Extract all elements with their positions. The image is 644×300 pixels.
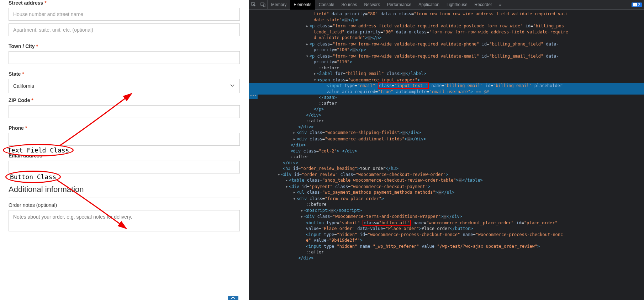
additional-info-heading: Additional information xyxy=(9,185,240,198)
label-state: State * xyxy=(9,71,241,77)
tab-sources[interactable]: Sources xyxy=(338,0,360,10)
label-phone: Phone * xyxy=(9,125,241,131)
tab-elements[interactable]: Elements xyxy=(290,0,315,10)
tab-recorder[interactable]: Recorder xyxy=(471,0,496,10)
inspect-icon[interactable] xyxy=(249,0,258,10)
devtools-toolbar: Memory Elements Console Sources Network … xyxy=(249,0,644,10)
tab-lighthouse[interactable]: Lighthouse xyxy=(443,0,471,10)
annotation-text-field-class: Text Field Class xyxy=(3,144,74,156)
textarea-order-notes[interactable] xyxy=(9,210,240,231)
highlight-input-text-class: class="input-text " xyxy=(378,82,429,89)
tab-performance[interactable]: Performance xyxy=(383,0,415,10)
devtools-panel: Memory Elements Console Sources Network … xyxy=(249,0,644,300)
label-order-notes: Order notes (optional) xyxy=(9,202,241,208)
label-town: Town / City * xyxy=(9,43,241,49)
dom-tree[interactable]: ••• field" data-priority="80" data-o-cla… xyxy=(249,10,644,300)
label-zip: ZIP Code * xyxy=(9,97,241,103)
tab-network[interactable]: Network xyxy=(360,0,383,10)
select-state[interactable]: California xyxy=(9,79,240,93)
input-town[interactable] xyxy=(9,51,240,64)
svg-text:i: i xyxy=(635,3,636,6)
tab-memory[interactable]: Memory xyxy=(268,0,290,10)
highlight-button-alt-class: class="button alt" xyxy=(363,220,411,226)
label-street: Street address * xyxy=(9,0,241,6)
device-icon[interactable] xyxy=(258,0,268,10)
scroll-top-button[interactable] xyxy=(228,296,238,300)
issue-badge[interactable]: i2 xyxy=(632,2,642,7)
input-street1[interactable] xyxy=(9,8,240,21)
tab-application[interactable]: Application xyxy=(415,0,443,10)
tab-more-icon[interactable]: » xyxy=(496,0,505,10)
tab-console[interactable]: Console xyxy=(315,0,338,10)
input-street2[interactable] xyxy=(9,23,240,36)
input-zip[interactable] xyxy=(9,105,240,118)
line-actions-icon[interactable]: ••• xyxy=(249,93,258,99)
annotation-button-class: Button Class xyxy=(5,171,61,183)
